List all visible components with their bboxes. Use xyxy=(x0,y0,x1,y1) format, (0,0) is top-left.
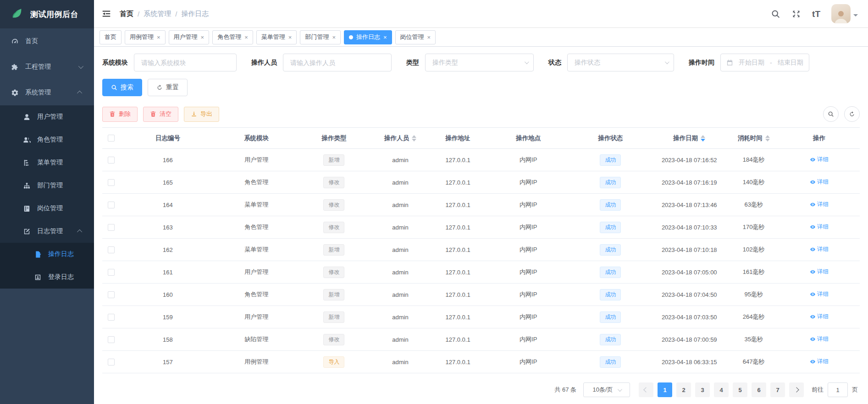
row-checkbox[interactable] xyxy=(108,291,115,298)
sidebar-item-5[interactable]: 菜单管理 xyxy=(0,151,94,174)
select-all-checkbox[interactable] xyxy=(108,135,115,142)
close-icon[interactable]: × xyxy=(427,34,431,40)
detail-link[interactable]: 详细 xyxy=(810,358,829,366)
close-icon[interactable]: × xyxy=(244,34,248,40)
detail-link[interactable]: 详细 xyxy=(810,223,829,231)
refresh-table-button[interactable] xyxy=(844,106,860,122)
sidebar-item-2[interactable]: 系统管理 xyxy=(0,80,94,105)
row-checkbox[interactable] xyxy=(108,202,115,208)
operator-input[interactable] xyxy=(283,54,392,71)
close-icon[interactable]: × xyxy=(201,34,205,40)
sort-carets-icon[interactable] xyxy=(701,135,705,142)
tab-1[interactable]: 用例管理× xyxy=(125,30,166,44)
row-checkbox[interactable] xyxy=(108,157,115,164)
tab-7[interactable]: 岗位管理× xyxy=(395,30,436,44)
page-button-2[interactable]: 2 xyxy=(676,382,691,397)
next-page-button[interactable] xyxy=(789,382,804,397)
close-icon[interactable]: × xyxy=(157,34,160,40)
sort-carets-icon[interactable] xyxy=(412,135,416,142)
breadcrumb-item-system: 系统管理 xyxy=(144,10,171,18)
search-icon xyxy=(111,84,117,91)
close-icon[interactable]: × xyxy=(288,34,292,40)
export-button[interactable]: 导出 xyxy=(184,107,219,122)
cell-cost: 95毫秒 xyxy=(729,284,779,306)
tab-6-active[interactable]: 操作日志× xyxy=(344,30,392,44)
font-size-icon[interactable]: tT xyxy=(812,10,820,18)
detail-link[interactable]: 详细 xyxy=(810,268,829,276)
user-menu[interactable] xyxy=(831,4,858,23)
table-toolbar: 删除 清空 导出 xyxy=(102,106,860,122)
detail-link[interactable]: 详细 xyxy=(810,246,829,253)
page-size-select[interactable]: 10条/页 xyxy=(583,382,630,397)
page-button-6[interactable]: 6 xyxy=(752,382,766,397)
column-header[interactable]: 操作日期 xyxy=(650,128,729,149)
cell-location: 内网IP xyxy=(486,351,571,373)
avatar[interactable] xyxy=(831,4,851,23)
sort-carets-icon[interactable] xyxy=(765,135,770,142)
row-checkbox[interactable] xyxy=(108,269,115,276)
row-checkbox[interactable] xyxy=(108,359,115,366)
cell-log-id: 157 xyxy=(121,351,216,373)
detail-link[interactable]: 详细 xyxy=(810,156,829,164)
cell-module: 角色管理 xyxy=(215,171,298,194)
app-logo[interactable]: 测试用例后台 xyxy=(0,0,94,28)
detail-link[interactable]: 详细 xyxy=(810,201,829,208)
search-icon[interactable] xyxy=(771,9,780,19)
table-row: 164菜单管理修改admin127.0.0.1内网IP成功2023-04-18 … xyxy=(102,194,860,216)
close-icon[interactable]: × xyxy=(332,34,336,40)
tab-2[interactable]: 用户管理× xyxy=(169,30,210,44)
tab-3[interactable]: 角色管理× xyxy=(212,30,253,44)
page-button-3[interactable]: 3 xyxy=(695,382,710,397)
clear-button[interactable]: 清空 xyxy=(143,107,178,122)
detail-link[interactable]: 详细 xyxy=(810,335,829,343)
search-button[interactable]: 搜索 xyxy=(102,79,142,96)
tab-5[interactable]: 部门管理× xyxy=(300,30,341,44)
toggle-search-button[interactable] xyxy=(823,106,839,122)
search-row: 搜索 重置 xyxy=(102,79,860,96)
breadcrumb-home[interactable]: 首页 xyxy=(120,10,133,18)
tab-4[interactable]: 菜单管理× xyxy=(256,30,297,44)
date-range-picker[interactable]: 开始日期 - 结束日期 xyxy=(720,54,809,71)
detail-link[interactable]: 详细 xyxy=(810,178,829,186)
sidebar-item-0[interactable]: 首页 xyxy=(0,28,94,54)
row-checkbox[interactable] xyxy=(108,224,115,231)
sidebar-item-6[interactable]: 部门管理 xyxy=(0,174,94,197)
column-header[interactable]: 消耗时间 xyxy=(729,128,779,149)
table-row: 163角色管理修改admin127.0.0.1内网IP成功2023-04-18 … xyxy=(102,216,860,239)
tab-0[interactable]: 首页 xyxy=(100,30,122,44)
sidebar-item-4[interactable]: 角色管理 xyxy=(0,128,94,151)
detail-link[interactable]: 详细 xyxy=(810,313,829,321)
goto-page-input[interactable] xyxy=(828,382,848,397)
row-checkbox[interactable] xyxy=(108,246,115,253)
column-header[interactable]: 操作人员 xyxy=(370,128,431,149)
cell-date: 2023-04-18 07:00:59 xyxy=(650,328,729,351)
sidebar-item-8[interactable]: 日志管理 xyxy=(0,220,94,243)
reset-button[interactable]: 重置 xyxy=(148,79,188,96)
page-button-7[interactable]: 7 xyxy=(770,382,785,397)
close-icon[interactable]: × xyxy=(383,34,387,40)
navbar-actions: tT xyxy=(771,4,858,23)
sidebar-item-9-active[interactable]: 操作日志 xyxy=(0,243,94,266)
row-checkbox[interactable] xyxy=(108,314,115,321)
row-checkbox[interactable] xyxy=(108,336,115,343)
table-row: 160角色管理新增admin127.0.0.1内网IP成功2023-04-18 … xyxy=(102,284,860,306)
row-checkbox[interactable] xyxy=(108,179,115,186)
sidebar-item-label: 首页 xyxy=(25,37,38,45)
hamburger-icon[interactable] xyxy=(101,9,111,19)
sidebar-item-7[interactable]: 岗位管理 xyxy=(0,197,94,220)
sidebar-item-3[interactable]: 用户管理 xyxy=(0,105,94,128)
fullscreen-icon[interactable] xyxy=(791,9,801,19)
page-button-1[interactable]: 1 xyxy=(658,382,672,397)
sidebar-item-10[interactable]: 登录日志 xyxy=(0,266,94,289)
sidebar-item-1[interactable]: 工程管理 xyxy=(0,54,94,80)
delete-button[interactable]: 删除 xyxy=(102,107,138,122)
type-select[interactable]: 操作类型 xyxy=(425,54,534,71)
page-button-5[interactable]: 5 xyxy=(733,382,747,397)
prev-page-button[interactable] xyxy=(639,382,653,397)
page-button-4[interactable]: 4 xyxy=(714,382,729,397)
gear-icon xyxy=(11,89,19,97)
module-input[interactable] xyxy=(134,54,237,71)
cell-cost: 647毫秒 xyxy=(729,351,779,373)
detail-link[interactable]: 详细 xyxy=(810,290,829,298)
status-select[interactable]: 操作状态 xyxy=(567,54,674,71)
